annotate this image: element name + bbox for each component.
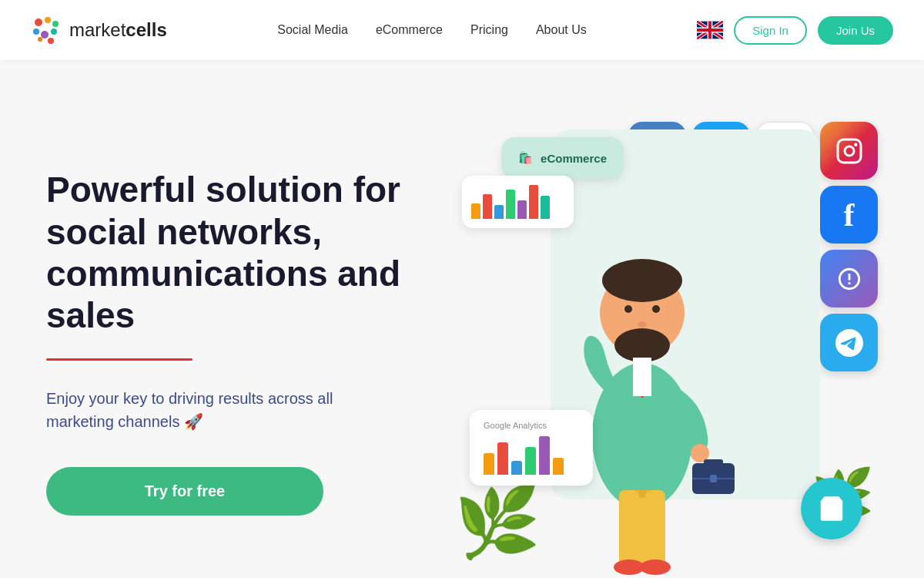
svg-point-18: [624, 305, 632, 313]
svg-point-6: [38, 37, 42, 42]
svg-point-29: [640, 560, 671, 575]
svg-point-1: [45, 17, 51, 23]
nav-about-us[interactable]: About Us: [536, 23, 587, 37]
svg-point-19: [652, 305, 660, 313]
try-for-free-button[interactable]: Try for free: [46, 467, 323, 516]
signin-button[interactable]: Sign In: [734, 16, 807, 45]
ecommerce-label: eCommerce: [541, 152, 607, 165]
plant-left-icon: 🌿: [454, 482, 541, 563]
logo-icon: [31, 15, 62, 45]
person-svg: [542, 213, 742, 575]
mini-chart: [471, 185, 564, 219]
hero-title: Powerful solution for social networks, c…: [46, 169, 439, 336]
svg-rect-32: [704, 459, 723, 465]
person-illustration: [542, 213, 742, 578]
svg-point-20: [638, 321, 647, 328]
chart-card: [462, 176, 574, 228]
nav-links: Social Media eCommerce Pricing About Us: [277, 23, 586, 37]
instagram-icon: [820, 122, 878, 180]
navbar: marketcells Social Media eCommerce Prici…: [0, 0, 924, 60]
telegram-icon: [820, 314, 878, 371]
svg-point-11: [854, 143, 858, 146]
svg-rect-23: [633, 358, 651, 396]
nav-right: Sign In Join Us: [697, 16, 893, 45]
analytics-card: Google Analytics: [470, 410, 593, 486]
svg-point-2: [52, 21, 59, 27]
join-button[interactable]: Join Us: [818, 16, 893, 45]
logo-text: marketcells: [69, 19, 167, 41]
logo: marketcells: [31, 15, 167, 45]
hero-right: 🛍️ eCommerce Google Analytics: [447, 106, 878, 578]
svg-point-0: [35, 18, 42, 26]
svg-point-3: [33, 29, 39, 35]
svg-rect-9: [838, 139, 861, 163]
hero-left: Powerful solution for social networks, c…: [46, 169, 447, 515]
hero-subtitle: Enjoy your key to driving results across…: [46, 387, 377, 433]
analytics-label: Google Analytics: [484, 421, 579, 430]
svg-point-4: [41, 31, 49, 39]
svg-point-17: [614, 328, 670, 362]
facebook-icon: f: [820, 186, 878, 244]
shopping-bag-icon: 🛍️: [518, 151, 533, 165]
svg-rect-26: [619, 490, 639, 567]
hero-divider: [46, 358, 192, 361]
svg-point-10: [845, 146, 854, 156]
svg-rect-34: [710, 475, 717, 482]
nav-pricing[interactable]: Pricing: [470, 23, 508, 37]
gemini-icon: [820, 250, 878, 307]
nav-social-media[interactable]: Social Media: [277, 23, 348, 37]
cart-icon: [817, 494, 846, 523]
analytics-bars: [484, 436, 579, 475]
svg-point-5: [51, 29, 57, 35]
uk-flag-icon: [697, 21, 723, 39]
ecommerce-card: 🛍️ eCommerce: [501, 137, 624, 179]
svg-point-16: [602, 259, 682, 302]
svg-rect-27: [645, 490, 665, 567]
shopping-cart-bubble: [801, 478, 862, 539]
hero-section: Powerful solution for social networks, c…: [0, 60, 924, 578]
nav-ecommerce[interactable]: eCommerce: [376, 23, 443, 37]
svg-point-7: [48, 38, 54, 44]
